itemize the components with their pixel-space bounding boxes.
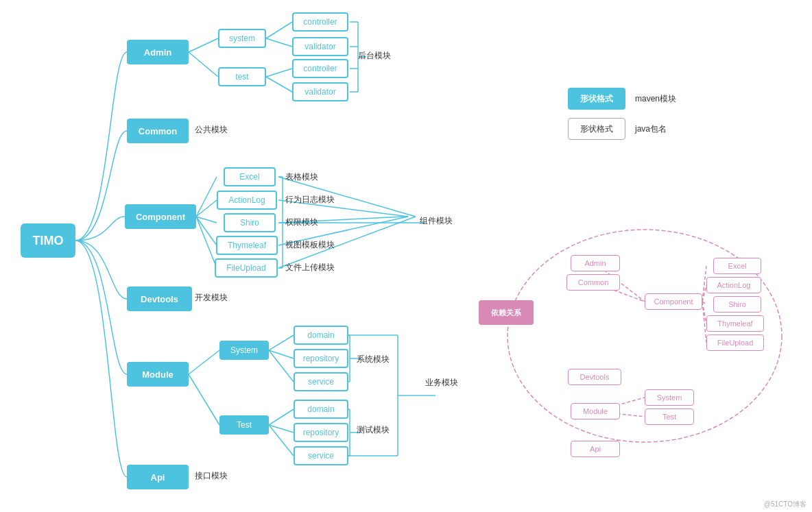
mod-sys-repo-label: repository [303,354,339,363]
mod-test-label: Test [237,420,252,430]
label-fileupload: 文件上传模块 [285,262,335,273]
devtools-label: Devtools [141,294,178,304]
label-component: 组件模块 [420,215,453,227]
admin-sys-controller-node: controller [292,12,348,32]
label-test-mod: 测试模块 [357,424,390,436]
admin-label: Admin [144,47,171,58]
svg-line-13 [196,200,217,217]
watermark: @51CTO博客 [764,500,807,509]
mod-test-domain-node: domain [294,400,348,419]
svg-line-4 [266,69,292,77]
comp-fileupload-label: FileUpload [226,263,265,273]
label-business: 业务模块 [425,377,458,389]
mod-test-domain-label: domain [307,404,334,414]
admin-sys-validator-node: validator [292,37,348,56]
dependency-label: 依赖关系 [479,300,534,325]
svg-line-30 [269,350,294,358]
legend-outline-label: 形状格式 [580,123,613,135]
comp-thymeleaf-label: Thymeleaf [228,241,266,250]
svg-line-12 [196,177,217,217]
legend-filled-box: 形状格式 [568,88,625,110]
admin-test-controller-label: controller [303,64,337,73]
svg-line-3 [266,38,292,47]
mod-test-repo-label: repository [303,428,339,437]
legend-outline-box: 形状格式 [568,118,625,140]
admin-node: Admin [127,40,189,64]
svg-line-16 [196,217,217,268]
label-shiro: 权限模块 [285,217,318,228]
admin-test-validator-node: validator [292,82,348,101]
mod-sys-service-label: service [308,377,334,387]
dep-thymeleaf: Thymeleaf [706,315,764,332]
mod-sys-domain-label: domain [307,330,334,340]
dep-common: Common [566,274,620,291]
legend-filled-label: 形状格式 [580,93,613,105]
dep-admin: Admin [571,255,620,271]
dep-api: Api [571,441,620,457]
admin-test-validator-label: validator [304,87,335,97]
label-excel: 表格模块 [285,171,318,183]
admin-test-label: test [235,72,248,82]
svg-line-32 [269,409,294,425]
dependency-text: 依赖关系 [491,308,521,318]
dep-module: Module [571,403,620,419]
comp-fileupload-node: FileUpload [215,258,278,278]
dep-shiro: Shiro [713,296,761,313]
devtools-node: Devtools [127,287,192,311]
api-label: Api [151,472,165,483]
mod-test-service-label: service [308,451,334,461]
svg-line-0 [189,38,218,52]
label-actionlog: 行为日志模块 [285,194,335,206]
mod-test-repo-node: repository [294,423,348,442]
mod-test-service-node: service [294,446,348,465]
comp-actionlog-label: ActionLog [228,195,265,205]
admin-test-node: test [218,67,266,86]
svg-line-51 [702,302,706,304]
dep-test: Test [645,409,694,425]
dep-devtools: Devtools [568,369,621,385]
svg-line-15 [196,217,217,245]
dep-fileupload: FileUpload [706,334,764,351]
mod-sys-domain-node: domain [294,326,348,345]
label-api: 接口模块 [195,470,228,482]
label-backend: 后台模块 [358,50,391,62]
common-label: Common [139,126,177,136]
svg-line-33 [269,425,294,432]
comp-excel-label: Excel [239,172,259,182]
svg-line-31 [269,350,294,382]
label-system-mod: 系统模块 [357,354,390,365]
dep-excel: Excel [713,258,761,274]
comp-shiro-label: Shiro [240,218,259,228]
main-node-label: TIMO [33,234,64,248]
svg-line-34 [269,425,294,456]
module-label: Module [142,369,174,380]
mod-system-label: System [230,345,258,355]
admin-sys-validator-label: validator [304,42,335,51]
component-node: Component [125,204,196,229]
dep-system: System [645,389,694,406]
svg-line-28 [189,374,219,425]
comp-actionlog-node: ActionLog [217,191,277,210]
admin-system-label: system [229,34,255,43]
main-node: TIMO [21,223,75,258]
svg-line-2 [266,22,292,38]
comp-thymeleaf-node: Thymeleaf [216,236,278,255]
mod-system-node: System [219,341,269,360]
admin-sys-controller-label: controller [303,17,337,27]
module-node: Module [127,362,189,387]
comp-excel-node: Excel [224,167,276,186]
common-node: Common [127,119,189,143]
api-node: Api [127,465,189,489]
label-thymeleaf: 视图模板模块 [285,239,335,251]
svg-line-27 [189,350,219,374]
svg-line-1 [189,52,218,77]
component-label: Component [136,212,185,222]
dep-component: Component [645,293,702,310]
mod-sys-service-node: service [294,372,348,391]
mod-test-node: Test [219,415,269,435]
comp-shiro-node: Shiro [224,213,276,232]
label-public: 公共模块 [195,124,228,136]
dep-actionlog: ActionLog [706,277,761,293]
legend-filled-desc: maven模块 [635,93,676,105]
svg-line-14 [196,217,217,223]
